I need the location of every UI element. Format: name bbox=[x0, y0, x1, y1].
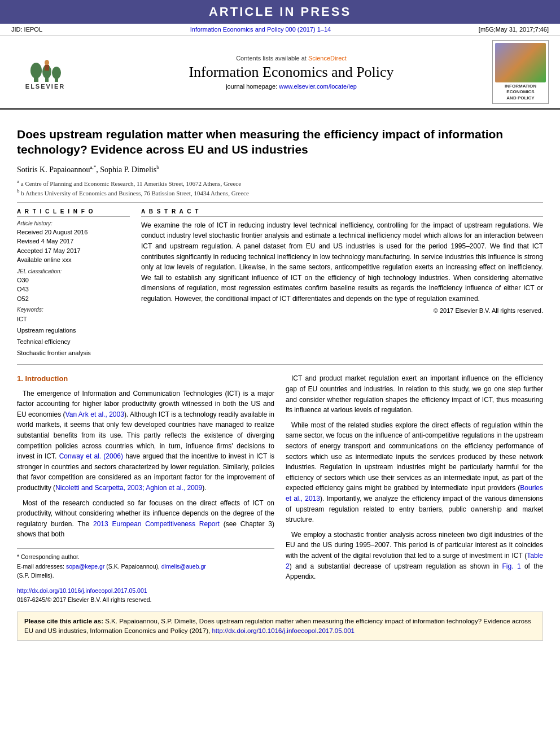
jel-o30: O30 bbox=[17, 276, 130, 285]
conway-link[interactable]: Conway et al. (2006) bbox=[59, 452, 123, 460]
keyword-upstream: Upstream regulations bbox=[17, 325, 130, 337]
affiliation2: b b Athens University of Economics and B… bbox=[17, 188, 543, 196]
journal-title: Information Economics and Policy bbox=[90, 64, 492, 81]
keyword-technical: Technical efficiency bbox=[17, 337, 130, 348]
issn-line: 0167-6245/© 2017 Elsevier B.V. All right… bbox=[17, 595, 274, 604]
sciencedirect-label: Contents lists available at ScienceDirec… bbox=[90, 55, 492, 62]
article-title: Does upstream regulation matter when mea… bbox=[17, 126, 543, 158]
affiliation1: a a Centre of Planning and Economic Rese… bbox=[17, 178, 543, 187]
svg-point-1 bbox=[30, 63, 42, 78]
svg-rect-5 bbox=[55, 74, 58, 82]
elsevier-logo: ELSEVIER bbox=[11, 52, 79, 93]
article-col-left: 1. Introduction The emergence of Informa… bbox=[17, 373, 274, 604]
fig1-link[interactable]: Fig. 1 bbox=[502, 562, 521, 570]
author2: Sophia P. Dimelis bbox=[100, 165, 156, 173]
doi-area: http://dx.doi.org/10.1016/j.infoecopol.2… bbox=[17, 586, 274, 605]
accepted-date: Accepted 17 May 2017 bbox=[17, 246, 130, 256]
intro-para2: Most of the research conducted so far fo… bbox=[17, 498, 274, 540]
ec-report-link[interactable]: 2013 European Competitiveness Report bbox=[93, 520, 220, 528]
intro-para5: We employ a stochastic frontier analysis… bbox=[286, 530, 543, 582]
journal-header: ELSEVIER Contents lists available at Sci… bbox=[0, 36, 560, 110]
article-info-heading: A R T I C L E I N F O bbox=[17, 208, 130, 217]
email2-link[interactable]: dimelis@aueb.gr bbox=[161, 563, 206, 570]
received-date: Received 20 August 2016 bbox=[17, 228, 130, 237]
van-ark-link[interactable]: Van Ark et al., 2003 bbox=[65, 410, 124, 418]
abstract-col: A B S T R A C T We examine the role of I… bbox=[141, 208, 543, 359]
journal-logo-text: INFORMATIONECONOMICSAND POLICY bbox=[495, 84, 546, 101]
author2-sup: b bbox=[156, 164, 159, 170]
keyword-ict: ICT bbox=[17, 314, 130, 325]
article-columns: 1. Introduction The emergence of Informa… bbox=[17, 373, 543, 604]
svg-point-6 bbox=[45, 60, 49, 65]
copyright-line: © 2017 Elsevier B.V. All rights reserved… bbox=[141, 307, 543, 314]
abstract-text: We examine the role of ICT in reducing i… bbox=[141, 220, 543, 304]
article-info-col: A R T I C L E I N F O Article history: R… bbox=[17, 208, 130, 359]
homepage-url[interactable]: www.elsevier.com/locate/iep bbox=[279, 83, 357, 90]
jel-label: JEL classification: bbox=[17, 268, 130, 274]
journal-center: Contents lists available at ScienceDirec… bbox=[90, 55, 492, 90]
footnote-area: * Corresponding author. E-mail addresses… bbox=[17, 548, 274, 580]
citation-box: Please cite this article as: S.K. Papaio… bbox=[17, 611, 543, 641]
revised-date: Revised 4 May 2017 bbox=[17, 237, 130, 246]
elsevier-name: ELSEVIER bbox=[25, 83, 65, 90]
divider2 bbox=[17, 364, 543, 365]
jel-o52: O52 bbox=[17, 294, 130, 304]
divider1 bbox=[17, 202, 543, 203]
author1: Sotiris K. Papaioannou bbox=[17, 165, 90, 173]
keywords-label: Keywords: bbox=[17, 307, 130, 313]
intro-para4: While most of the related studies explor… bbox=[286, 420, 543, 525]
sciencedirect-link[interactable]: ScienceDirect bbox=[308, 55, 347, 62]
jid-left: JID: IEPOL bbox=[11, 26, 42, 33]
history-label: Article history: bbox=[17, 220, 130, 226]
doi-link[interactable]: http://dx.doi.org/10.1016/j.infoecopol.2… bbox=[17, 587, 147, 594]
keyword-stochastic: Stochastic frontier analysis bbox=[17, 348, 130, 359]
journal-logo-graphic bbox=[495, 43, 546, 82]
available-online: Available online xxx bbox=[17, 255, 130, 265]
jid-right: [m5G;May 31, 2017;7:46] bbox=[479, 26, 549, 33]
footnote-name2: (S.P. Dimelis). bbox=[17, 571, 274, 580]
footnote-corresponding: * Corresponding author. bbox=[17, 553, 274, 562]
article-col-right: ICT and product market regulation exert … bbox=[286, 373, 543, 604]
journal-citation: Information Economics and Policy 000 (20… bbox=[190, 26, 331, 33]
footnote-emails: E-mail addresses: sopa@kepe.gr (S.K. Pap… bbox=[17, 562, 274, 571]
nicoletti-link[interactable]: Nicoletti and Scarpetta, 2003; Aghion et… bbox=[55, 484, 202, 492]
jid-line: JID: IEPOL Information Economics and Pol… bbox=[0, 24, 560, 36]
elsevier-tree-icon bbox=[28, 55, 62, 83]
intro-heading: 1. Introduction bbox=[17, 373, 274, 385]
article-body: Does upstream regulation matter when mea… bbox=[0, 110, 560, 649]
journal-logo-right: INFORMATIONECONOMICSAND POLICY bbox=[492, 40, 549, 104]
main-content: 1. Introduction The emergence of Informa… bbox=[17, 373, 543, 604]
article-in-press-banner: ARTICLE IN PRESS bbox=[0, 0, 560, 24]
authors-line: Sotiris K. Papaioannoua,*, Sophia P. Dim… bbox=[17, 164, 543, 174]
intro-para3: ICT and product market regulation exert … bbox=[286, 373, 543, 415]
svg-rect-7 bbox=[45, 65, 49, 71]
author1-sup: a,* bbox=[90, 164, 97, 170]
email1-link[interactable]: sopa@kepe.gr bbox=[66, 563, 104, 570]
intro-para1: The emergence of Information and Communi… bbox=[17, 388, 274, 493]
homepage-line: journal homepage: www.elsevier.com/locat… bbox=[90, 83, 492, 90]
abstract-heading: A B S T R A C T bbox=[141, 208, 543, 217]
bourles-link[interactable]: Bourles et al., 2013 bbox=[286, 484, 543, 503]
citation-label: Please cite this article as: bbox=[24, 618, 103, 624]
info-abstract-section: A R T I C L E I N F O Article history: R… bbox=[17, 208, 543, 359]
jel-o43: O43 bbox=[17, 285, 130, 294]
citation-url[interactable]: http://dx.doi.org/10.1016/j.infoecopol.2… bbox=[212, 627, 355, 634]
